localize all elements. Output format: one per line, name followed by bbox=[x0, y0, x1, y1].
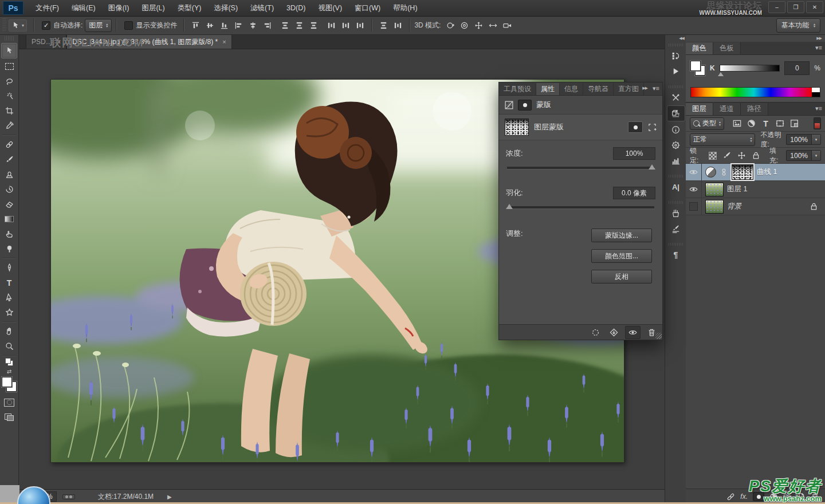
layer-row-1[interactable]: 图层 1 bbox=[686, 181, 825, 198]
lock-pixels-button[interactable] bbox=[721, 150, 733, 161]
align-left-edges-button[interactable] bbox=[231, 18, 246, 32]
menu-item-window[interactable]: 窗口(W) bbox=[348, 0, 387, 16]
3d-roll-button[interactable] bbox=[457, 18, 472, 32]
mask-edge-button[interactable]: 蒙版边缘... bbox=[591, 229, 652, 242]
density-value-field[interactable]: 100% bbox=[613, 147, 655, 160]
feather-slider[interactable] bbox=[507, 206, 654, 209]
lock-all-button[interactable] bbox=[751, 150, 762, 161]
navigator-panel-button[interactable] bbox=[667, 137, 685, 152]
distribute-top-edges-button[interactable] bbox=[278, 18, 292, 32]
history-brush-tool[interactable] bbox=[2, 182, 17, 196]
align-horizontal-centers-button[interactable] bbox=[246, 18, 260, 32]
auto-align-height-button[interactable] bbox=[376, 18, 391, 32]
tab-properties-properties[interactable]: 属性 bbox=[536, 83, 560, 95]
menu-item-help[interactable]: 帮助(H) bbox=[387, 0, 423, 16]
color-spectrum-ramp[interactable] bbox=[690, 87, 820, 97]
filter-shape-button[interactable] bbox=[773, 118, 787, 129]
density-slider-thumb[interactable] bbox=[649, 164, 655, 170]
distribute-vertical-centers-button[interactable] bbox=[292, 18, 307, 32]
show-transform-checkbox[interactable] bbox=[124, 21, 133, 30]
spot-healing-tool[interactable] bbox=[2, 137, 17, 152]
menu-item-image[interactable]: 图像(I) bbox=[102, 0, 136, 16]
mask-icon[interactable] bbox=[518, 100, 532, 111]
add-layer-mask-button[interactable] bbox=[753, 492, 764, 501]
tab-properties-info[interactable]: 信息 bbox=[560, 83, 583, 95]
tab-layers-2[interactable]: 路径 bbox=[741, 103, 768, 115]
zoom-tool[interactable] bbox=[2, 339, 17, 353]
add-vector-mask-button[interactable] bbox=[648, 123, 657, 132]
restore-button[interactable]: ❐ bbox=[787, 1, 804, 13]
tools-panel-grip[interactable] bbox=[5, 36, 14, 41]
color-range-button[interactable]: 颜色范围... bbox=[591, 249, 652, 263]
default-colors-icon[interactable] bbox=[5, 358, 13, 366]
align-bottom-edges-button[interactable] bbox=[217, 18, 231, 32]
select-pixel-mask-button[interactable] bbox=[628, 121, 643, 133]
lock-transparency-button[interactable] bbox=[706, 150, 718, 161]
delete-layer-button[interactable] bbox=[811, 493, 819, 501]
status-menu-arrow-icon[interactable]: ▶ bbox=[167, 494, 172, 500]
panel-resize-grip[interactable] bbox=[655, 333, 662, 339]
lasso-tool[interactable] bbox=[2, 74, 17, 88]
custom-shape-tool[interactable] bbox=[2, 305, 17, 320]
layer-visibility-toggle[interactable] bbox=[686, 164, 702, 180]
tab-layers-0[interactable]: 图层 bbox=[686, 103, 713, 115]
document-tab-psd[interactable]: PSD…× bbox=[26, 34, 66, 49]
brush-panel-button[interactable] bbox=[667, 206, 685, 220]
layer-thumbnail[interactable] bbox=[705, 183, 724, 196]
apply-mask-button[interactable] bbox=[607, 326, 621, 338]
tab-layers-1[interactable]: 通道 bbox=[713, 103, 741, 115]
hand-tool[interactable] bbox=[2, 324, 17, 338]
layer-row-0[interactable]: 曲线 1 bbox=[686, 164, 825, 181]
mask-visibility-button[interactable] bbox=[625, 326, 641, 339]
close-button[interactable]: ✕ bbox=[806, 1, 823, 13]
opacity-dropdown[interactable]: 100% ▾ bbox=[786, 134, 821, 145]
histogram-panel-button[interactable] bbox=[667, 153, 685, 168]
brush-tool[interactable] bbox=[2, 152, 17, 167]
paragraph-panel-button[interactable]: ¶ bbox=[667, 247, 685, 262]
path-select-tool[interactable] bbox=[2, 290, 17, 305]
align-vertical-centers-button[interactable] bbox=[203, 18, 217, 32]
menu-item-select[interactable]: 选择(S) bbox=[207, 0, 244, 16]
3d-scale-button[interactable] bbox=[500, 18, 514, 32]
density-slider[interactable] bbox=[507, 167, 654, 170]
blend-mode-dropdown[interactable]: 正常 ▴▾ bbox=[690, 133, 755, 146]
lock-position-button[interactable] bbox=[736, 150, 747, 161]
current-tool-chip[interactable]: ▾ bbox=[9, 19, 27, 32]
pen-tool[interactable] bbox=[2, 261, 17, 275]
tool-presets-panel-button[interactable] bbox=[667, 90, 685, 105]
move-tool[interactable] bbox=[1, 43, 17, 58]
magic-wand-tool[interactable] bbox=[2, 89, 17, 103]
layer-filter-toggle[interactable] bbox=[814, 117, 821, 129]
tab-properties-histogram[interactable]: 直方图 bbox=[614, 83, 644, 95]
brush-presets-panel-button[interactable] bbox=[667, 221, 685, 236]
gradient-tool[interactable] bbox=[2, 212, 17, 226]
filter-adjustment-button[interactable] bbox=[745, 118, 758, 129]
close-tab-icon[interactable]: × bbox=[222, 38, 226, 45]
distribute-horizontal-centers-button[interactable] bbox=[339, 18, 353, 32]
mask-thumbnail[interactable] bbox=[505, 119, 529, 136]
feather-slider-thumb[interactable] bbox=[506, 204, 513, 209]
auto-align-width-button[interactable] bbox=[391, 18, 405, 32]
collapse-panels-button[interactable]: ▶▶ bbox=[686, 34, 825, 42]
tab-color-0[interactable]: 颜色 bbox=[686, 42, 713, 54]
layer-visibility-toggle[interactable] bbox=[686, 181, 702, 198]
minimize-button[interactable]: – bbox=[768, 1, 785, 13]
history-panel-button[interactable] bbox=[667, 48, 685, 63]
crop-tool[interactable] bbox=[2, 104, 17, 118]
collapse-panel-button[interactable]: ▶▶ bbox=[642, 86, 647, 90]
panel-menu-icon[interactable]: ▾≡ bbox=[815, 105, 822, 112]
align-right-edges-button[interactable] bbox=[260, 18, 274, 32]
character-panel-button[interactable]: A| bbox=[667, 179, 685, 194]
filter-type-dropdown[interactable]: 类型 ▴▾ bbox=[690, 117, 724, 130]
clone-stamp-tool[interactable] bbox=[2, 167, 17, 182]
3d-slide-button[interactable] bbox=[486, 18, 500, 32]
dodge-tool[interactable] bbox=[2, 242, 17, 256]
document-tab-dsc[interactable]: DSC_3443y.jpg @ 33.3% (曲线 1, 图层蒙版/8) *× bbox=[66, 34, 232, 49]
auto-select-checkbox[interactable]: ✓ bbox=[42, 21, 50, 30]
menu-item-edit[interactable]: 编辑(E) bbox=[65, 0, 102, 16]
auto-select-target-dropdown[interactable]: 图层 ▴▾ bbox=[85, 19, 112, 32]
3d-drag-button[interactable] bbox=[472, 18, 486, 32]
menu-item-threed[interactable]: 3D(D) bbox=[280, 0, 312, 16]
layer-visibility-toggle[interactable] bbox=[686, 198, 702, 215]
status-options-button[interactable] bbox=[62, 494, 75, 499]
